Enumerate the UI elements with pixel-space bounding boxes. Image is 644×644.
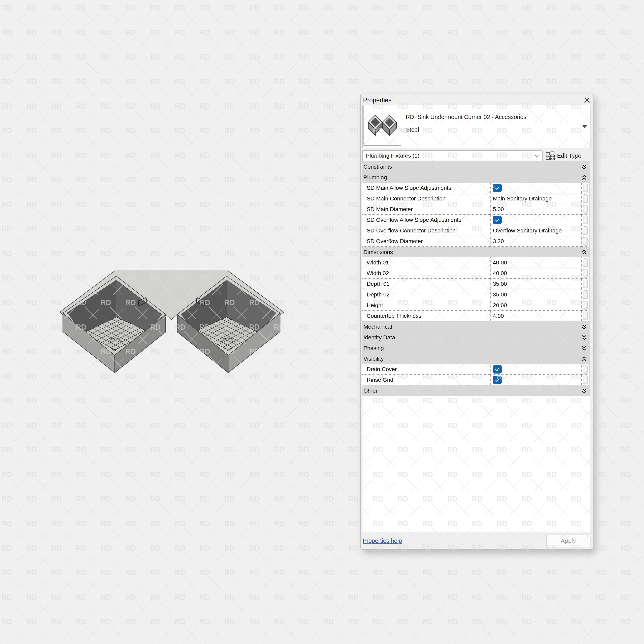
type-selector-row: Plumbing Fixtures (1) Edit Type <box>362 150 590 161</box>
associate-parameter-button[interactable] <box>583 258 588 267</box>
property-row: Depth 02 35.00 <box>362 289 590 300</box>
property-value[interactable]: 3.20 <box>490 236 581 247</box>
associate-parameter-button[interactable] <box>583 312 588 320</box>
checkbox-checked[interactable] <box>493 216 502 224</box>
section-header-mechanical[interactable]: Mechanical <box>362 321 590 332</box>
panel-footer: Properties help Apply <box>363 534 590 547</box>
type-preview[interactable]: RD_Sink Undermount Corner 02 - Accessori… <box>362 105 590 148</box>
property-row: SD Overflow Connector Description Overfl… <box>362 225 590 236</box>
associate-parameter-cell <box>581 204 589 215</box>
associate-parameter-button[interactable] <box>583 237 588 246</box>
section-header-dimensions[interactable]: Dimensions <box>362 247 590 257</box>
family-type-line2: Steel <box>406 123 578 136</box>
property-row: Depth 01 35.00 <box>362 279 590 289</box>
associate-parameter-cell <box>581 183 589 193</box>
section-label: Visibility <box>363 356 384 362</box>
section-label: Constraints <box>363 164 392 170</box>
property-label: Width 01 <box>362 257 490 268</box>
property-label: SD Main Diameter <box>362 204 490 215</box>
associate-parameter-button[interactable] <box>583 365 588 374</box>
double-chevron-down-icon[interactable] <box>582 345 587 351</box>
section-header-constraints[interactable]: Constraints <box>362 161 590 172</box>
section-label: Other <box>363 388 378 394</box>
associate-parameter-cell <box>581 279 589 289</box>
apply-button[interactable]: Apply <box>546 535 590 547</box>
section-header-other[interactable]: Other <box>362 385 590 396</box>
property-value[interactable]: Main Sanitary Drainage <box>490 193 581 204</box>
close-icon <box>584 97 590 103</box>
property-value[interactable]: Overflow Sanitary Drainage <box>490 225 581 236</box>
close-button[interactable] <box>584 97 590 104</box>
property-value[interactable]: 4.00 <box>490 311 581 321</box>
property-row: Width 02 40.00 <box>362 268 590 279</box>
associate-parameter-cell <box>581 364 589 375</box>
property-value[interactable]: 40.00 <box>490 257 581 268</box>
associate-parameter-cell <box>581 225 589 236</box>
property-label: Rinse Grid <box>362 375 490 385</box>
property-label: Drain Cover <box>362 364 490 375</box>
section-header-visibility[interactable]: Visibility <box>362 353 590 364</box>
section-label: Phasing <box>363 345 384 351</box>
associate-parameter-button[interactable] <box>583 301 588 310</box>
property-row: Width 01 40.00 <box>362 257 590 268</box>
property-value[interactable]: 5.00 <box>490 204 581 215</box>
category-filter-combo[interactable]: Plumbing Fixtures (1) <box>362 150 543 161</box>
double-chevron-down-icon[interactable] <box>582 334 587 341</box>
sink-3d-model[interactable] <box>57 268 287 374</box>
associate-parameter-cell <box>581 215 589 225</box>
property-label: SD Overflow Allow Slope Adjustments <box>362 215 490 225</box>
double-chevron-up-icon[interactable] <box>582 249 587 255</box>
panel-titlebar: Properties <box>363 96 590 105</box>
chevron-down-icon <box>534 154 539 157</box>
checkbox-checked[interactable] <box>493 365 502 374</box>
double-chevron-down-icon[interactable] <box>582 324 587 330</box>
associate-parameter-button[interactable] <box>583 216 588 224</box>
edit-type-icon <box>546 151 555 160</box>
property-row: SD Overflow Diameter 3.20 <box>362 236 590 247</box>
associate-parameter-button[interactable] <box>583 184 588 192</box>
property-value-cell <box>490 364 581 375</box>
section-label: Identity Data <box>363 334 395 341</box>
property-label: Height <box>362 300 490 311</box>
edit-type-button[interactable]: Edit Type <box>546 151 581 160</box>
checkbox-checked[interactable] <box>493 184 502 192</box>
associate-parameter-button[interactable] <box>583 269 588 278</box>
associate-parameter-button[interactable] <box>583 205 588 214</box>
associate-parameter-button[interactable] <box>583 194 588 203</box>
associate-parameter-button[interactable] <box>583 376 588 384</box>
double-chevron-up-icon[interactable] <box>582 356 587 362</box>
preview-dropdown-icon[interactable] <box>582 125 587 128</box>
associate-parameter-cell <box>581 300 589 311</box>
check-icon <box>494 217 500 223</box>
desktop-background: Properties <box>0 0 644 644</box>
associate-parameter-button[interactable] <box>583 280 588 288</box>
associate-parameter-button[interactable] <box>583 290 588 299</box>
associate-parameter-cell <box>581 193 589 204</box>
property-row: SD Main Diameter 5.00 <box>362 204 590 215</box>
property-value[interactable]: 35.00 <box>490 279 581 289</box>
section-header-plumbing[interactable]: Plumbing <box>362 172 590 183</box>
section-label: Dimensions <box>363 249 393 255</box>
checkbox-checked[interactable] <box>493 376 502 384</box>
associate-parameter-cell <box>581 236 589 247</box>
double-chevron-up-icon[interactable] <box>582 174 587 181</box>
properties-help-link[interactable]: Properties help <box>363 538 402 544</box>
property-label: Depth 02 <box>362 289 490 300</box>
double-chevron-down-icon[interactable] <box>582 164 587 170</box>
section-header-identity-data[interactable]: Identity Data <box>362 332 590 343</box>
property-row: SD Main Connector Description Main Sanit… <box>362 193 590 204</box>
property-value[interactable]: 20.00 <box>490 300 581 311</box>
property-value[interactable]: 35.00 <box>490 289 581 300</box>
properties-grid: Constraints Plumbing SD Main Allow Slope… <box>362 161 590 396</box>
property-label: Countertop Thickness <box>362 311 490 321</box>
associate-parameter-button[interactable] <box>583 226 588 235</box>
section-header-phasing[interactable]: Phasing <box>362 343 590 353</box>
property-value-cell <box>490 183 581 193</box>
associate-parameter-cell <box>581 268 589 279</box>
property-row: Drain Cover <box>362 364 590 375</box>
associate-parameter-cell <box>581 289 589 300</box>
property-label: SD Overflow Diameter <box>362 236 490 247</box>
property-value[interactable]: 40.00 <box>490 268 581 279</box>
double-chevron-down-icon[interactable] <box>582 388 587 394</box>
property-label: Depth 01 <box>362 279 490 289</box>
